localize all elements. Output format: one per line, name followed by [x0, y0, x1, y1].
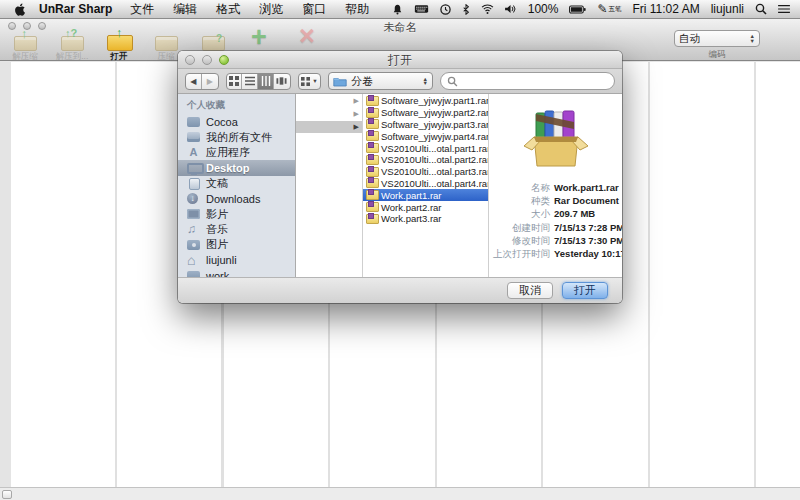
wifi-icon[interactable] [481, 4, 494, 14]
parent-folder-row[interactable] [296, 95, 362, 108]
dialog-sidebar: 个人收藏 Cocoa 我的所有文件 应用程序 Desktop [178, 94, 296, 277]
open-button[interactable]: 打开 [562, 282, 608, 299]
menu-item[interactable]: 帮助 [345, 1, 369, 18]
encoding-popup[interactable]: 自动 [674, 30, 760, 47]
file-row[interactable]: Software_yjwyjw.part3.rar [363, 119, 488, 131]
rar-file-icon [366, 119, 378, 129]
file-name: VS2010Ulti...otal.part2.rar [381, 154, 489, 165]
file-row[interactable]: VS2010Ulti...otal.part2.rar [363, 154, 488, 166]
search-icon [447, 76, 458, 87]
file-row[interactable]: VS2010Ulti...otal.part4.rar [363, 178, 488, 190]
toolbar-button[interactable]: 解压缩 [6, 30, 44, 63]
info-value: Work.part1.rar [554, 181, 619, 194]
toolbar-button-icon [151, 30, 181, 52]
location-popup[interactable]: 分卷 [328, 72, 433, 90]
file-row[interactable]: Work.part1.rar [363, 189, 488, 201]
file-row[interactable]: Software_yjwyjw.part1.rar [363, 95, 488, 107]
menu-item[interactable]: 浏览 [259, 1, 283, 18]
dialog-title: 打开 [178, 51, 622, 69]
parent-folder-row[interactable] [296, 121, 362, 134]
open-dialog: 打开 分卷 [178, 51, 622, 303]
file-info-row: 创建时间 7/15/13 7:28 PM [491, 221, 622, 234]
volume-icon[interactable] [505, 4, 517, 14]
info-value: Rar Document [554, 194, 619, 207]
sidebar-item[interactable]: 音乐 [178, 222, 295, 237]
rar-file-icon [366, 178, 378, 188]
blue-folder-icon [333, 76, 347, 87]
icon-view-button[interactable] [227, 74, 243, 89]
sidebar-item[interactable]: 应用程序 [178, 145, 295, 160]
app-menu-title[interactable]: UnRar Sharp [39, 2, 112, 16]
sidebar-item[interactable]: 图片 [178, 237, 295, 252]
menu-user[interactable]: liujunli [711, 2, 744, 16]
file-row[interactable]: Software_yjwyjw.part4.rar [363, 130, 488, 142]
sidebar-item-label: Desktop [206, 162, 249, 174]
menu-clock[interactable]: Fri 11:02 AM [633, 2, 700, 16]
sidebar-item[interactable]: work [178, 268, 295, 277]
menu-item[interactable]: 格式 [216, 1, 240, 18]
notification-center-icon[interactable] [778, 4, 790, 14]
keyboard-icon[interactable] [414, 4, 429, 14]
coverflow-view-button[interactable] [274, 74, 290, 89]
list-view-button[interactable] [242, 74, 258, 89]
file-row[interactable]: Software_yjwyjw.part2.rar [363, 107, 488, 119]
nav-segment [185, 73, 219, 90]
location-value: 分卷 [351, 74, 373, 89]
info-label: 名称 [491, 181, 550, 194]
forward-button[interactable] [202, 74, 218, 89]
popup-arrows-icon [750, 34, 755, 42]
battery-percent[interactable]: 100% [528, 2, 559, 16]
file-row[interactable]: VS2010Ulti...otal.part3.rar [363, 166, 488, 178]
notification-bell-icon[interactable] [392, 4, 403, 15]
menu-item[interactable]: 编辑 [173, 1, 197, 18]
sidebar-item[interactable]: Desktop [178, 160, 295, 175]
back-button[interactable] [186, 74, 202, 89]
sidebar-item[interactable]: liujunli [178, 253, 295, 268]
sidebar-item-icon [187, 239, 201, 251]
file-row[interactable]: VS2010Ulti...otal.part1.rar [363, 142, 488, 154]
bluetooth-icon[interactable] [462, 4, 470, 15]
sidebar-item[interactable]: Cocoa [178, 114, 295, 129]
rar-file-icon [366, 214, 378, 224]
file-name: Software_yjwyjw.part2.rar [381, 107, 489, 118]
search-input[interactable] [462, 74, 608, 88]
menu-item[interactable]: 文件 [130, 1, 154, 18]
dialog-file-browser: 个人收藏 Cocoa 我的所有文件 应用程序 Desktop [178, 94, 622, 277]
column-view-button[interactable] [258, 74, 274, 89]
toolbar-button[interactable]: 打开 [100, 30, 138, 63]
dialog-minimize-button[interactable] [202, 55, 212, 65]
info-label: 大小 [491, 207, 550, 220]
info-value: Yesterday 10:17 PM [554, 247, 622, 260]
sidebar-item[interactable]: 文稿 [178, 176, 295, 191]
rar-file-icon [366, 108, 378, 118]
action-menu-button[interactable] [298, 73, 322, 90]
battery-icon[interactable] [569, 5, 586, 14]
toolbar-button[interactable]: 解压到... [53, 30, 91, 63]
parent-folder-row[interactable] [296, 108, 362, 121]
cancel-button[interactable]: 取消 [507, 282, 553, 299]
file-name: Work.part2.rar [381, 202, 442, 213]
file-info-row: 种类 Rar Document [491, 194, 622, 207]
sidebar-item[interactable]: 影片 [178, 206, 295, 221]
rar-file-icon [366, 190, 378, 200]
file-row[interactable]: Work.part2.rar [363, 201, 488, 213]
apple-menu-icon[interactable] [14, 3, 27, 16]
dialog-zoom-button[interactable] [219, 55, 229, 65]
file-list-column: Software_yjwyjw.part1.rar Software_yjwyj… [363, 94, 489, 277]
info-label: 创建时间 [491, 221, 550, 234]
sidebar-item-icon [187, 254, 201, 266]
preview-pane: 名称 Work.part1.rar 种类 Rar Document 大小 209… [489, 94, 622, 277]
file-name: Work.part3.rar [381, 213, 442, 224]
dialog-close-button[interactable] [185, 55, 195, 65]
encoding-value: 自动 [679, 32, 700, 46]
file-row[interactable]: Work.part3.rar [363, 213, 488, 225]
input-method-menu[interactable]: ✎ 五笔 [597, 3, 621, 15]
bottom-bar-button[interactable] [2, 490, 12, 499]
sidebar-item[interactable]: Downloads [178, 191, 295, 206]
time-machine-icon[interactable] [440, 4, 451, 15]
spotlight-search-icon[interactable] [755, 3, 767, 15]
sidebar-item[interactable]: 我的所有文件 [178, 129, 295, 144]
dialog-toolbar: 分卷 [178, 69, 622, 94]
sidebar-item-icon [187, 131, 201, 143]
menu-item[interactable]: 窗口 [302, 1, 326, 18]
